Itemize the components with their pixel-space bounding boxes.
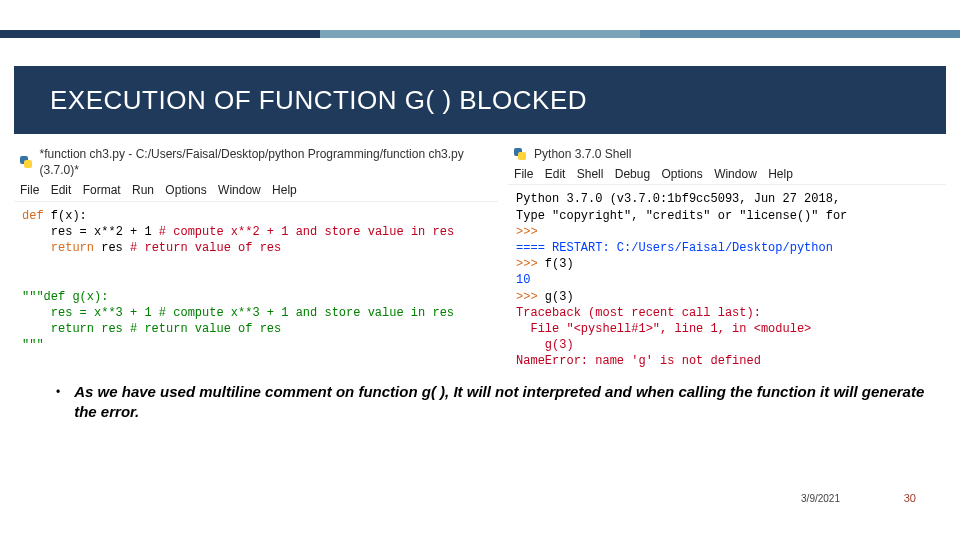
kw-return: return — [22, 241, 94, 255]
kw-def: def — [22, 209, 44, 223]
traceback-line: NameError: name 'g' is not defined — [516, 354, 761, 368]
traceback-line: File "<pyshell#1>", line 1, in <module> — [516, 322, 811, 336]
shell-window-title: Python 3.7.0 Shell — [534, 146, 631, 162]
slide-title: EXECUTION OF FUNCTION G( ) BLOCKED — [50, 85, 587, 116]
shell-line: Type "copyright", "credits" or "license(… — [516, 209, 847, 223]
editor-window-title: *function ch3.py - C:/Users/Faisal/Deskt… — [40, 146, 494, 178]
code-text: 2 — [116, 225, 123, 239]
footer-date: 3/9/2021 — [801, 493, 840, 504]
code-text: f(x): — [44, 209, 87, 223]
accent-bar-1 — [0, 30, 320, 38]
shell-call: g(3) — [545, 290, 574, 304]
code-text: res = x** — [22, 225, 116, 239]
code-text: + — [123, 225, 145, 239]
docstring-close: """ — [22, 338, 44, 352]
code-comment: # compute x**2 + 1 and store value in re… — [152, 225, 454, 239]
bullet-dot: • — [56, 382, 60, 423]
shell-window: Python 3.7.0 Shell File Edit Shell Debug… — [508, 144, 946, 375]
docstring-open: """def g(x): — [22, 290, 108, 304]
shell-prompt: >>> — [516, 225, 538, 239]
docstring-line: return res # return value of res — [22, 322, 281, 336]
code-text: res — [94, 241, 130, 255]
shell-titlebar: Python 3.7.0 Shell — [508, 144, 946, 164]
docstring-line: res = x**3 + 1 # compute x**3 + 1 and st… — [22, 306, 454, 320]
footer-page-number: 30 — [904, 492, 916, 504]
shell-restart: ==== RESTART: C:/Users/Faisal/Desktop/py… — [516, 241, 840, 255]
accent-bars — [0, 30, 960, 38]
code-text: 1 — [144, 225, 151, 239]
shell-menubar: File Edit Shell Debug Options Window Hel… — [508, 164, 946, 185]
shell-call: f(3) — [545, 257, 574, 271]
shell-output: Python 3.7.0 (v3.7.0:1bf9cc5093, Jun 27 … — [508, 185, 946, 375]
editor-code: def f(x): res = x**2 + 1 # compute x**2 … — [14, 202, 498, 360]
traceback-line: g(3) — [516, 338, 574, 352]
title-block: EXECUTION OF FUNCTION G( ) BLOCKED — [14, 66, 946, 134]
accent-bar-3 — [640, 30, 960, 38]
traceback-line: Traceback (most recent call last): — [516, 306, 761, 320]
bullet-block: • As we have used multiline comment on f… — [56, 382, 926, 423]
accent-bar-2 — [320, 30, 640, 38]
shell-prompt: >>> — [516, 257, 545, 271]
editor-menubar: File Edit Format Run Options Window Help — [14, 180, 498, 201]
bullet-row: • As we have used multiline comment on f… — [56, 382, 926, 423]
shell-line: Python 3.7.0 (v3.7.0:1bf9cc5093, Jun 27 … — [516, 192, 840, 206]
shell-result: 10 — [516, 273, 530, 287]
python-icon — [512, 146, 528, 162]
python-icon — [18, 154, 34, 170]
shell-prompt: >>> — [516, 290, 545, 304]
bullet-text: As we have used multiline comment on fun… — [74, 382, 926, 423]
content-row: *function ch3.py - C:/Users/Faisal/Deskt… — [14, 144, 946, 375]
editor-titlebar: *function ch3.py - C:/Users/Faisal/Deskt… — [14, 144, 498, 180]
editor-window: *function ch3.py - C:/Users/Faisal/Deskt… — [14, 144, 498, 375]
code-comment: # return value of res — [130, 241, 281, 255]
